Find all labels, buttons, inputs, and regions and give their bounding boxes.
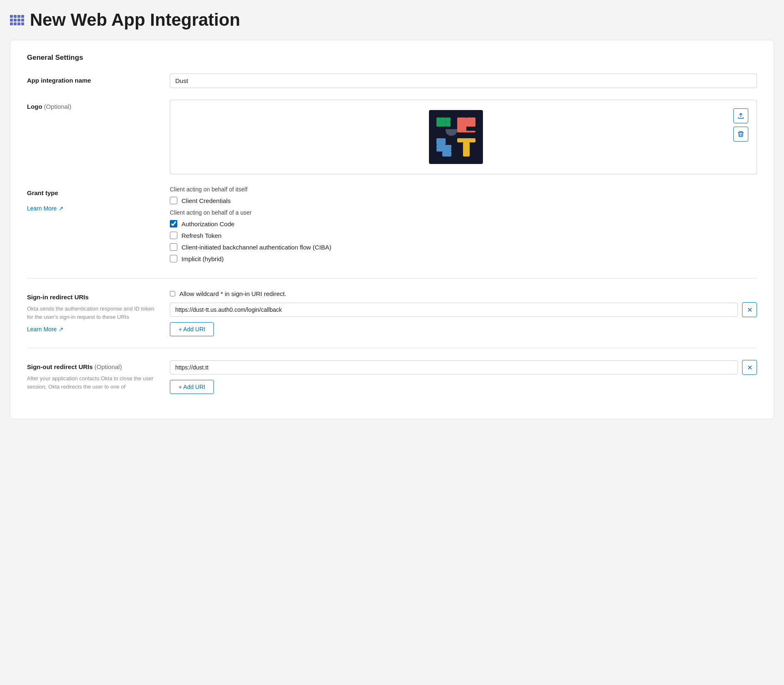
divider-1: [27, 278, 757, 279]
implicit-label[interactable]: Implicit (hybrid): [181, 255, 224, 262]
grant-type-learn-more[interactable]: Learn More ↗: [27, 205, 64, 212]
sign-in-add-uri-button[interactable]: + Add URI: [170, 322, 214, 336]
refresh-token-checkbox[interactable]: [170, 232, 177, 239]
sign-in-learn-more[interactable]: Learn More ↗: [27, 326, 160, 333]
svg-rect-6: [436, 138, 446, 145]
sign-in-label-col: Sign-in redirect URIs Okta sends the aut…: [27, 290, 160, 333]
grant-type-row: Grant type Learn More ↗ Client acting on…: [27, 186, 757, 267]
grant-type-label-col: Grant type Learn More ↗: [27, 186, 160, 212]
implicit-item: Implicit (hybrid): [170, 255, 757, 262]
svg-rect-4: [466, 117, 475, 127]
sign-out-uri-row: ✕: [170, 360, 757, 375]
svg-rect-1: [446, 117, 451, 122]
svg-rect-2: [446, 122, 451, 127]
client-credentials-label[interactable]: Client Credentials: [181, 197, 230, 204]
sign-out-uri-remove-button[interactable]: ✕: [742, 360, 757, 375]
sign-in-label: Sign-in redirect URIs: [27, 294, 160, 301]
client-credentials-checkbox[interactable]: [170, 197, 177, 204]
grant-group-itself: Client acting on behalf of itself Client…: [170, 186, 757, 204]
logo-label: Logo: [27, 103, 42, 110]
ciba-label[interactable]: Client-initiated backchannel authenticat…: [181, 244, 331, 251]
logo-optional: (Optional): [44, 103, 71, 110]
sign-in-uri-remove-button[interactable]: ✕: [742, 302, 757, 317]
implicit-checkbox[interactable]: [170, 255, 177, 262]
logo-actions: [733, 108, 748, 142]
client-user-label: Client acting on behalf of a user: [170, 209, 757, 216]
svg-rect-3: [457, 117, 466, 132]
page-title: New Web App Integration: [30, 10, 240, 30]
sign-out-uris-row: Sign-out redirect URIs (Optional) After …: [27, 360, 757, 394]
logo-row: Logo (Optional): [27, 100, 757, 174]
sign-in-uri-row: ✕: [170, 302, 757, 317]
logo-image: [429, 110, 483, 164]
close-icon: ✕: [747, 306, 752, 314]
grant-type-label: Grant type: [27, 189, 160, 196]
svg-rect-7: [436, 145, 451, 148]
sign-out-optional: (Optional): [95, 363, 122, 370]
allow-wildcard-label[interactable]: Allow wildcard * in sign-in URI redirect…: [179, 290, 287, 297]
logo-label-col: Logo (Optional): [27, 100, 160, 110]
sign-in-label-block: Sign-in redirect URIs Okta sends the aut…: [27, 294, 160, 333]
ciba-item: Client-initiated backchannel authenticat…: [170, 243, 757, 251]
section-title: General Settings: [27, 54, 757, 62]
grant-group-user: Client acting on behalf of a user Author…: [170, 209, 757, 262]
svg-rect-10: [457, 138, 475, 142]
sign-out-label: Sign-out redirect URIs: [27, 363, 93, 370]
client-credentials-item: Client Credentials: [170, 197, 757, 204]
sign-in-helper-text: Okta sends the authentication response a…: [27, 305, 160, 321]
sign-out-uri-input[interactable]: [170, 360, 738, 374]
logo-upload-area: [170, 100, 757, 174]
svg-rect-8: [436, 148, 451, 152]
page-header: New Web App Integration: [10, 10, 774, 30]
sign-out-label-col: Sign-out redirect URIs (Optional) After …: [27, 360, 160, 391]
sign-out-label-block: Sign-out redirect URIs (Optional) After …: [27, 363, 160, 391]
client-itself-label: Client acting on behalf of itself: [170, 186, 757, 193]
external-link-icon-2: ↗: [59, 326, 64, 333]
grid-icon: [10, 15, 24, 25]
refresh-token-item: Refresh Token: [170, 232, 757, 239]
ciba-checkbox[interactable]: [170, 243, 177, 251]
app-name-label: App integration name: [27, 77, 91, 84]
svg-rect-11: [463, 142, 470, 157]
authorization-code-item: Authorization Code: [170, 220, 757, 228]
divider-2: [27, 348, 757, 348]
svg-rect-0: [436, 117, 446, 127]
trash-icon: [737, 131, 744, 137]
sign-in-control-col: Allow wildcard * in sign-in URI redirect…: [170, 290, 757, 336]
grant-type-control-col: Client acting on behalf of itself Client…: [170, 186, 757, 267]
allow-wildcard-checkbox[interactable]: [170, 291, 175, 296]
sign-out-control-col: ✕ + Add URI: [170, 360, 757, 394]
sign-in-uri-input[interactable]: [170, 303, 738, 317]
allow-wildcard-row: Allow wildcard * in sign-in URI redirect…: [170, 290, 757, 297]
svg-rect-5: [457, 131, 475, 132]
sign-out-helper-text: After your application contacts Okta to …: [27, 374, 160, 391]
sign-out-add-uri-button[interactable]: + Add URI: [170, 380, 214, 394]
authorization-code-checkbox[interactable]: [170, 220, 177, 228]
form-card: General Settings App integration name Lo…: [10, 40, 774, 419]
dust-logo-svg: [433, 114, 479, 160]
sign-in-uris-row: Sign-in redirect URIs Okta sends the aut…: [27, 290, 757, 336]
app-name-control-col: [170, 73, 757, 88]
app-name-input[interactable]: [170, 73, 757, 88]
app-name-row: App integration name: [27, 73, 757, 88]
svg-rect-9: [442, 152, 451, 157]
authorization-code-label[interactable]: Authorization Code: [181, 220, 235, 228]
logo-preview: [179, 110, 733, 164]
upload-icon: [737, 113, 744, 119]
close-icon-2: ✕: [747, 364, 752, 372]
logo-control-col: [170, 100, 757, 174]
upload-logo-button[interactable]: [733, 108, 748, 123]
external-link-icon: ↗: [59, 205, 64, 212]
refresh-token-label[interactable]: Refresh Token: [181, 232, 221, 239]
app-name-label-col: App integration name: [27, 73, 160, 84]
delete-logo-button[interactable]: [733, 127, 748, 142]
